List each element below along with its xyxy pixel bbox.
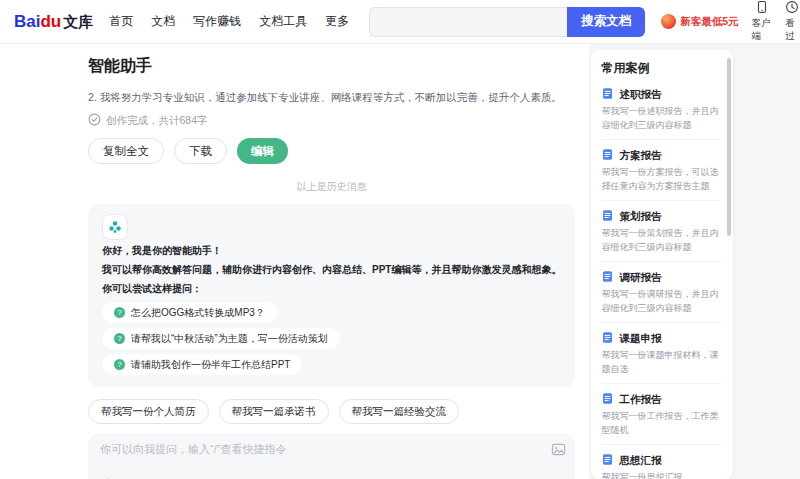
example-prompt-label: 怎么把OGG格式转换成MP3？ [131,306,265,320]
client-entry[interactable]: 客户端 [752,0,772,43]
case-title: 调研报告 [619,271,661,285]
logo-bai: Bai [14,12,40,32]
message-actions: 复制全文 下载 编辑 [88,138,575,164]
case-desc: 帮我写一份述职报告，并且内容细化到三级内容标题 [601,105,721,132]
greeting-line-1: 你好，我是你的智能助手！ [102,243,561,259]
greeting-line-2: 我可以帮你高效解答问题，辅助你进行内容创作、内容总结、PPT编辑等，并且帮助你激… [102,262,561,278]
sidebar-scrollbar[interactable] [727,58,731,236]
image-upload-icon[interactable] [551,442,566,457]
search-bar: 搜索文档 [369,7,645,37]
history-divider: 以上是历史消息 [88,180,575,194]
completion-status-text: 创作完成，共计684字 [106,114,208,128]
main-nav: 首页 文档 写作赚钱 文档工具 更多 [109,13,349,30]
case-title: 思想汇报 [619,454,661,468]
example-prompt[interactable]: ? 怎么把OGG格式转换成MP3？ [102,302,277,323]
viewed-entry[interactable]: 看过 [785,0,799,43]
top-nav: Baidu文库 首页 文档 写作赚钱 文档工具 更多 搜索文档 新客最低5元 客… [0,0,800,44]
example-prompt-label: 请帮我以“中秋活动”为主题，写一份活动策划 [131,332,328,346]
logo-wenku: 文库 [63,13,93,32]
case-title: 工作报告 [619,393,661,407]
question-dot-icon: ? [114,333,125,344]
sidebar-title: 常用案例 [601,60,721,77]
doc-icon [601,392,614,407]
nav-item-writing-earn[interactable]: 写作赚钱 [193,13,241,30]
case-title: 方案报告 [619,149,661,163]
example-prompt-label: 请辅助我创作一份半年工作总结PPT [131,358,290,372]
assistant-greeting-card: 你好，我是你的智能助手！ 我可以帮你高效解答问题，辅助你进行内容创作、内容总结、… [88,204,575,387]
promo-label: 新客最低5元 [680,15,738,29]
common-cases-sidebar: 常用案例 述职报告 帮我写一份述职报告，并且内容细化到三级内容标题 方案报告 帮… [591,50,733,479]
example-prompt[interactable]: ? 请辅助我创作一份半年工作总结PPT [102,354,302,375]
main-area: 智能助手 2. 我将努力学习专业知识，通过参加线下专业讲座、网络课程等方式，不断… [0,44,800,479]
case-item[interactable]: 工作报告 帮我写一份工作报告，工作类型随机 [601,384,721,445]
search-button[interactable]: 搜索文档 [567,7,645,37]
assistant-panel: 智能助手 2. 我将努力学习专业知识，通过参加线下专业讲座、网络课程等方式，不断… [0,44,589,479]
message-input-box: 0/400 [88,434,575,479]
search-input[interactable] [369,7,567,37]
nav-item-doc-tools[interactable]: 文档工具 [259,13,307,30]
doc-icon [601,331,614,346]
suggestion-commitment-letter[interactable]: 帮我写一篇承诺书 [219,399,329,424]
suggestion-experience-exchange[interactable]: 帮我写一篇经验交流 [339,399,460,424]
case-title: 策划报告 [619,210,661,224]
nav-item-home[interactable]: 首页 [109,13,133,30]
greeting-line-3: 你可以尝试这样提问： [102,281,561,297]
clock-icon [785,0,799,16]
case-desc: 帮我写一份工作报告，工作类型随机 [601,410,721,437]
question-dot-icon: ? [114,307,125,318]
new-customer-promo[interactable]: 新客最低5元 [661,14,738,29]
example-prompt[interactable]: ? 请帮我以“中秋活动”为主题，写一份活动策划 [102,328,340,349]
history-message: 2. 我将努力学习专业知识，通过参加线下专业讲座、网络课程等方式，不断加以完善，… [88,89,575,164]
nav-item-more[interactable]: 更多 [325,13,349,30]
case-item[interactable]: 课题申报 帮我写一份课题申报材料，课题自选 [601,323,721,384]
case-item[interactable]: 策划报告 帮我写一份策划报告，并且内容细化到三级内容标题 [601,201,721,262]
completion-status: 创作完成，共计684字 [88,113,575,128]
case-desc: 帮我写一份调研报告，并且内容细化到三级内容标题 [601,288,721,315]
copy-full-text-button[interactable]: 复制全文 [88,138,164,164]
case-item[interactable]: 调研报告 帮我写一份调研报告，并且内容细化到三级内容标题 [601,262,721,323]
suggestion-chips: 帮我写一份个人简历 帮我写一篇承诺书 帮我写一篇经验交流 [88,399,575,424]
message-input[interactable] [100,442,541,474]
case-desc: 帮我写一份思想汇报 [601,471,721,479]
doc-icon [601,87,614,102]
case-title: 述职报告 [619,88,661,102]
assistant-avatar [102,214,128,240]
edit-button[interactable]: 编辑 [237,138,288,164]
assistant-logo-icon [107,219,123,235]
baidu-wenku-logo[interactable]: Baidu文库 [14,12,93,32]
case-item[interactable]: 思想汇报 帮我写一份思想汇报 [601,445,721,479]
check-circle-icon [88,113,101,128]
case-title: 课题申报 [619,332,661,346]
client-label: 客户端 [752,17,772,43]
case-desc: 帮我写一份策划报告，并且内容细化到三级内容标题 [601,227,721,254]
nav-item-docs[interactable]: 文档 [151,13,175,30]
header-right: 新客最低5元 客户端 看过 [661,0,800,43]
viewed-label: 看过 [785,17,799,43]
case-desc: 帮我写一份方案报告，可以选择任意内容为方案报告主题 [601,166,721,193]
suggestion-resume[interactable]: 帮我写一份个人简历 [88,399,209,424]
doc-icon [601,209,614,224]
case-desc: 帮我写一份课题申报材料，课题自选 [601,349,721,376]
promo-mascot-icon [661,14,676,29]
history-message-text: 2. 我将努力学习专业知识，通过参加线下专业讲座、网络课程等方式，不断加以完善，… [88,89,575,105]
case-item[interactable]: 述职报告 帮我写一份述职报告，并且内容细化到三级内容标题 [601,79,721,140]
doc-icon [601,270,614,285]
case-item[interactable]: 方案报告 帮我写一份方案报告，可以选择任意内容为方案报告主题 [601,140,721,201]
phone-icon [755,0,769,16]
doc-icon [601,148,614,163]
logo-du: du [40,12,61,32]
download-button[interactable]: 下载 [174,138,227,164]
page-title: 智能助手 [88,56,575,77]
question-dot-icon: ? [114,359,125,370]
doc-icon [601,453,614,468]
